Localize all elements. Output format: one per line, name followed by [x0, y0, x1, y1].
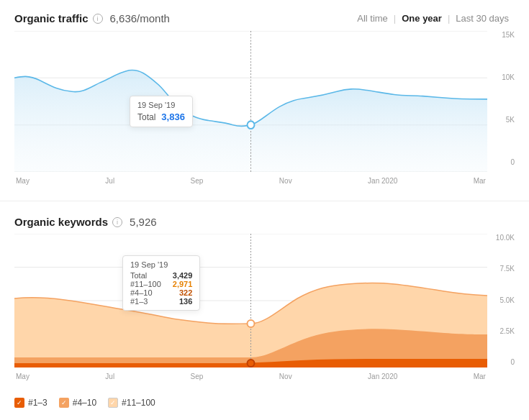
legend-item-4-10[interactable]: ✓ #4–10: [59, 398, 96, 408]
traffic-y-labels: 15K 10K 5K 0: [487, 31, 515, 168]
keywords-title: Organic keywords: [14, 216, 108, 228]
legend-check-4-10: ✓: [59, 398, 69, 408]
legend-label-1-3: #1–3: [28, 398, 48, 408]
traffic-info-icon[interactable]: i: [93, 14, 103, 24]
svg-point-5: [248, 121, 255, 129]
legend-check-1-3: ✓: [14, 398, 24, 408]
all-time-button[interactable]: All time: [351, 12, 394, 25]
last-30-button[interactable]: Last 30 days: [450, 12, 515, 25]
traffic-chart-svg: [14, 31, 487, 172]
keywords-header: Organic keywords i 5,926: [14, 216, 515, 228]
keywords-chart-area: 10.0K 7.5K 5.0K 2.5K 0: [14, 234, 515, 385]
traffic-metric: 6,636/month: [110, 12, 170, 24]
traffic-chart-area: 15K 10K 5K 0: [14, 31, 515, 189]
legend-label-11-100: #11–100: [122, 398, 155, 408]
legend-item-1-3[interactable]: ✓ #1–3: [14, 398, 48, 408]
traffic-x-labels: May Jul Sep Nov Jan 2020 Mar: [14, 172, 487, 189]
traffic-title: Organic traffic: [14, 12, 89, 24]
traffic-header: Organic traffic i 6,636/month All time |…: [14, 12, 515, 25]
keywords-legend: ✓ #1–3 ✓ #4–10 ✓ #11–100: [0, 393, 529, 415]
keywords-info-icon[interactable]: i: [112, 217, 122, 227]
svg-point-13: [248, 360, 255, 367]
legend-item-11-100[interactable]: ✓ #11–100: [108, 398, 155, 408]
keywords-chart-svg-wrapper: 19 Sep '19 Total 3,429 #11–100 2,971 #4–…: [14, 234, 487, 368]
organic-keywords-section: Organic keywords i 5,926 10.0K 7.5K 5.0K…: [0, 204, 529, 393]
legend-check-11-100: ✓: [108, 398, 118, 408]
svg-point-12: [248, 320, 255, 327]
keywords-y-labels: 10.0K 7.5K 5.0K 2.5K 0: [487, 234, 515, 368]
keywords-x-labels: May Jul Sep Nov Jan 2020 Mar: [14, 368, 487, 385]
keywords-metric: 5,926: [130, 216, 157, 228]
organic-traffic-section: Organic traffic i 6,636/month All time |…: [0, 0, 529, 198]
keywords-chart-svg: [14, 234, 487, 368]
legend-label-4-10: #4–10: [73, 398, 96, 408]
traffic-title-group: Organic traffic i 6,636/month: [14, 12, 170, 24]
keywords-title-group: Organic keywords i 5,926: [14, 216, 157, 228]
section-divider: [0, 201, 529, 201]
one-year-button[interactable]: One year: [396, 12, 448, 25]
traffic-chart-svg-wrapper: 19 Sep '19 Total 3,836: [14, 31, 487, 172]
time-controls: All time | One year | Last 30 days: [351, 12, 515, 25]
